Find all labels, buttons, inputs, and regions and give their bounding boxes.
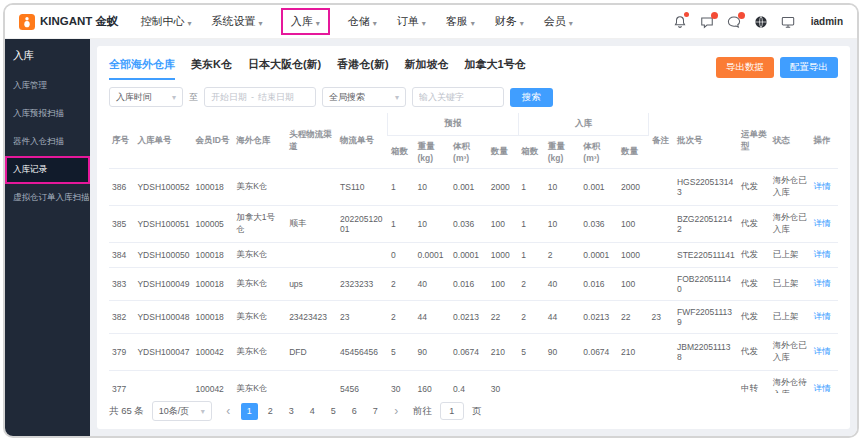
sidebar-item[interactable]: 器件入仓扫描 [5, 128, 90, 156]
tab-item[interactable]: 日本大阪仓(新) [248, 54, 321, 80]
cell: 379 [109, 334, 134, 371]
nav-menu-label: 财务 [495, 14, 517, 29]
nav-menu-item[interactable]: 客服 [446, 14, 475, 29]
nav-menu-item[interactable]: 财务 [495, 14, 524, 29]
page-number-button[interactable]: 7 [367, 403, 384, 420]
col-inbound-volume: 体积(m³) [580, 136, 618, 169]
page-label: 页 [472, 405, 482, 418]
table-wrap: 序号 入库单号 会员ID号 海外仓库 头程物流渠道 物流单号 预报 入库 备注 … [109, 113, 838, 393]
page-number-button[interactable]: 6 [346, 403, 363, 420]
keyword-input[interactable] [412, 87, 504, 107]
cell: 0.0674 [580, 334, 618, 371]
tab-item[interactable]: 香港仓(新) [337, 54, 388, 80]
page-number-button[interactable]: 5 [325, 403, 342, 420]
cell: 90 [545, 334, 581, 371]
tab-item[interactable]: 全部海外仓库 [109, 54, 175, 80]
goto-page-input[interactable] [440, 402, 464, 420]
cell: 0.016 [450, 268, 488, 301]
cell: 2 [388, 301, 414, 334]
cell: YDSH100052 [134, 169, 192, 206]
bell-icon[interactable] [673, 15, 687, 29]
page-number-button[interactable]: 2 [262, 403, 279, 420]
cell-action: 详情 [810, 169, 838, 206]
cell: 210 [488, 334, 519, 371]
sidebar-item[interactable]: 入库管理 [5, 72, 90, 100]
sidebar-item[interactable]: 虚拟仓订单入库扫描 [5, 184, 90, 212]
cell: 100018 [192, 169, 233, 206]
nav-menu-item[interactable]: 会员 [544, 14, 573, 29]
col-warehouse: 海外仓库 [233, 113, 286, 169]
date-range-input[interactable]: 开始日期 - 结束日期 [204, 87, 316, 107]
detail-link[interactable]: 详情 [813, 383, 830, 393]
nav-menu-item[interactable]: 系统设置 [212, 14, 263, 29]
detail-link[interactable]: 详情 [813, 181, 830, 191]
cell: 海外仓已入库 [770, 206, 811, 243]
date-separator: - [251, 92, 254, 102]
time-type-select[interactable]: 入库时间 [109, 87, 183, 107]
navbar-right: iadmin [673, 15, 843, 29]
col-tracking-no: 物流单号 [337, 113, 388, 169]
detail-link[interactable]: 详情 [813, 249, 830, 259]
cell: 10 [414, 206, 450, 243]
cell: 代发 [738, 169, 770, 206]
cell: 海外仓已入库 [770, 169, 811, 206]
monitor-icon[interactable] [781, 15, 795, 29]
cell-action: 详情 [810, 243, 838, 268]
tab-item[interactable]: 新加坡仓 [405, 54, 449, 80]
cell-action: 详情 [810, 206, 838, 243]
tab-item[interactable]: 加拿大1号仓 [465, 54, 526, 80]
tabs: 全部海外仓库美东K仓日本大阪仓(新)香港仓(新)新加坡仓加拿大1号仓 [109, 54, 526, 80]
prev-page-button[interactable] [220, 403, 237, 420]
page-number-button[interactable]: 1 [241, 403, 258, 420]
nav-menu-item[interactable]: 入库 [283, 10, 328, 33]
detail-link[interactable]: 详情 [813, 218, 830, 228]
cell: 5 [388, 334, 414, 371]
col-forecast-volume: 体积(m³) [450, 136, 488, 169]
col-waybill-type: 运单类型 [738, 113, 770, 169]
table-row: 379YDSH100047100042美东K仓DFD454564565900.0… [109, 334, 838, 371]
cell: BZG220512142 [674, 206, 738, 243]
cell: 30 [488, 371, 519, 394]
detail-link[interactable]: 详情 [813, 346, 830, 356]
page-number-button[interactable]: 4 [304, 403, 321, 420]
chevron-down-icon [520, 16, 524, 28]
cell: 0.016 [580, 268, 618, 301]
detail-link[interactable]: 详情 [813, 311, 830, 321]
username[interactable]: iadmin [811, 16, 843, 27]
export-config-button[interactable]: 配置导出 [780, 57, 838, 78]
brand[interactable]: KINGANT 金蚁 [19, 14, 119, 30]
nav-menu-item[interactable]: 控制中心 [141, 14, 192, 29]
page-number-button[interactable]: 3 [283, 403, 300, 420]
nav-menu-item[interactable]: 仓储 [348, 14, 377, 29]
col-channel: 头程物流渠道 [286, 113, 337, 169]
search-button[interactable]: 搜索 [510, 88, 553, 107]
col-inbound-weight: 重量(kg) [545, 136, 581, 169]
search-scope-select[interactable]: 全局搜索 [322, 87, 406, 107]
col-forecast-boxes: 箱数 [388, 136, 414, 169]
globe-icon[interactable] [754, 15, 768, 29]
sidebar-item[interactable]: 入库记录 [5, 156, 90, 184]
chevron-down-icon [471, 16, 475, 28]
next-page-button[interactable] [388, 403, 405, 420]
col-forecast-group: 预报 [388, 113, 518, 136]
date-start-placeholder: 开始日期 [211, 91, 247, 104]
detail-link[interactable]: 详情 [813, 278, 830, 288]
col-member-id: 会员ID号 [192, 113, 233, 169]
message-icon[interactable] [700, 15, 714, 29]
nav-menu-item[interactable]: 订单 [397, 14, 426, 29]
export-data-button[interactable]: 导出数据 [716, 57, 774, 78]
cell: YDSH100051 [134, 206, 192, 243]
chat-icon[interactable] [727, 15, 741, 29]
cell [337, 243, 388, 268]
sidebar-item[interactable]: 入库预报扫描 [5, 100, 90, 128]
page-size-select[interactable]: 10条/页 [152, 401, 212, 421]
cell: 23 [649, 301, 674, 334]
col-inbound-qty: 数量 [618, 136, 649, 169]
tab-item[interactable]: 美东K仓 [191, 54, 232, 80]
cell [134, 371, 192, 394]
cell: 美东K仓 [233, 268, 286, 301]
content-card: 全部海外仓库美东K仓日本大阪仓(新)香港仓(新)新加坡仓加拿大1号仓 导出数据 … [97, 46, 850, 429]
cell-action: 详情 [810, 334, 838, 371]
cell: 40 [414, 268, 450, 301]
chevron-down-icon [316, 16, 320, 28]
